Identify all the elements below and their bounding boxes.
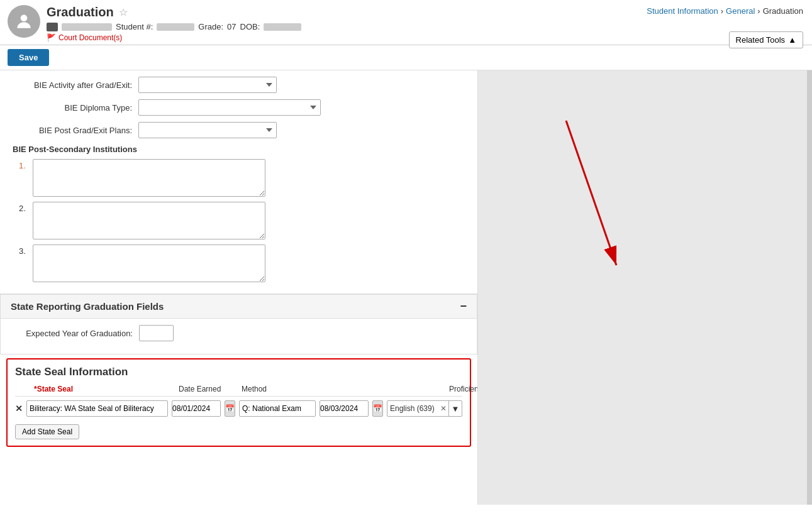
bie-fields-section: BIE Activity after Grad/Exit: BIE Diplom…: [0, 70, 477, 294]
person-icon: [14, 11, 34, 31]
flag-icon: 🚩: [47, 33, 56, 42]
add-state-seal-button[interactable]: Add State Seal: [15, 424, 79, 439]
court-document-link[interactable]: 🚩 Court Document(s): [47, 33, 804, 42]
page-title: Graduation: [47, 5, 114, 19]
seal-type-select[interactable]: Biliteracy: WA State Seal of Biliteracy: [26, 400, 168, 417]
collapse-icon: −: [460, 300, 467, 313]
court-doc-label: Court Document(s): [58, 33, 122, 42]
breadcrumb-student-info[interactable]: Student Information: [647, 6, 718, 16]
related-tools-label: Related Tools: [736, 35, 786, 45]
grade-value: 07: [227, 22, 236, 31]
right-panel: [478, 70, 812, 505]
col-header-method: Method: [242, 385, 449, 393]
breadcrumb-graduation: Graduation: [763, 6, 803, 16]
proficiency-date-calendar-icon[interactable]: 📅: [372, 400, 383, 417]
state-seal-title: State Seal Information: [15, 366, 462, 378]
seal-delete-button[interactable]: ✕: [15, 403, 23, 414]
bie-diploma-row: BIE Diploma Type:: [13, 99, 465, 116]
method-select[interactable]: Q: National Exam: [239, 400, 316, 417]
col-header-date: Date Earned: [179, 385, 242, 393]
avatar: [8, 5, 40, 38]
dob-redacted: [264, 23, 301, 31]
state-reporting-header[interactable]: State Reporting Graduation Fields −: [0, 294, 477, 319]
post-secondary-item-1: 1.: [19, 159, 465, 197]
bie-post-grad-label: BIE Post Grad/Exit Plans:: [13, 126, 138, 135]
main-layout: BIE Activity after Grad/Exit: BIE Diplom…: [0, 70, 812, 505]
proficiency-date-input[interactable]: [320, 400, 369, 417]
bie-post-grad-row: BIE Post Grad/Exit Plans:: [13, 122, 465, 138]
state-reporting-title: State Reporting Graduation Fields: [11, 301, 164, 312]
expected-year-input[interactable]: [139, 325, 174, 341]
item-number-1: 1.: [19, 159, 29, 170]
expected-year-label: Expected Year of Graduation:: [13, 329, 139, 338]
col-header-seal: *State Seal: [34, 385, 179, 393]
post-secondary-item-2: 2.: [19, 202, 465, 239]
breadcrumb-sep2: ›: [757, 6, 760, 16]
dob-label: DOB:: [240, 22, 260, 31]
grade-label: Grade:: [198, 22, 223, 31]
student-number-label: Student #:: [116, 22, 153, 31]
language-dropdown-icon[interactable]: ▼: [449, 401, 462, 416]
language-container: English (639) ✕ ▼: [387, 400, 462, 417]
state-reporting-body: Expected Year of Graduation:: [0, 319, 477, 354]
chevron-up-icon: ▲: [788, 35, 796, 45]
item-number-2: 2.: [19, 202, 29, 213]
id-card-icon: [47, 23, 58, 31]
post-secondary-list: 1. 2. 3.: [13, 159, 465, 282]
post-secondary-textarea-1[interactable]: [33, 159, 265, 197]
bie-post-secondary-header: BIE Post-Secondary Institutions: [13, 145, 465, 154]
bie-diploma-select[interactable]: [138, 99, 321, 116]
svg-line-2: [566, 121, 616, 265]
state-reporting-section: State Reporting Graduation Fields − Expe…: [0, 294, 477, 354]
student-number-redacted: [157, 23, 194, 31]
seal-row-1: ✕ Biliteracy: WA State Seal of Biliterac…: [15, 400, 462, 417]
bie-diploma-label: BIE Diploma Type:: [13, 103, 138, 113]
date-earned-input[interactable]: [172, 400, 221, 417]
date-earned-calendar-icon[interactable]: 📅: [225, 400, 235, 417]
favorite-icon[interactable]: ☆: [119, 6, 128, 18]
seal-table-header: *State Seal Date Earned Method Proficien…: [15, 385, 462, 397]
left-panel: BIE Activity after Grad/Exit: BIE Diplom…: [0, 70, 478, 505]
state-seal-section: State Seal Information *State Seal Date …: [6, 358, 471, 447]
language-value: English (639): [387, 404, 438, 413]
language-clear-button[interactable]: ✕: [438, 401, 449, 416]
expected-year-row: Expected Year of Graduation:: [13, 325, 464, 341]
item-number-3: 3.: [19, 244, 29, 256]
page-header: Graduation ☆ Student #: Grade: 07 DOB: 🚩…: [0, 0, 812, 45]
save-button[interactable]: Save: [8, 49, 49, 66]
student-meta: Student #: Grade: 07 DOB:: [47, 22, 804, 31]
col-header-profdate: Proficiency Date: [449, 385, 478, 393]
annotation-arrow: [516, 108, 642, 297]
bie-activity-row: BIE Activity after Grad/Exit:: [13, 77, 465, 93]
breadcrumb-sep1: ›: [721, 6, 723, 16]
breadcrumb-general[interactable]: General: [726, 6, 755, 16]
bie-post-grad-select[interactable]: [138, 122, 277, 138]
breadcrumb: Student Information › General › Graduati…: [647, 6, 803, 16]
svg-point-0: [21, 14, 28, 21]
bie-activity-select[interactable]: [138, 77, 277, 93]
post-secondary-textarea-3[interactable]: [33, 244, 265, 282]
bie-activity-label: BIE Activity after Grad/Exit:: [13, 80, 138, 90]
related-tools-button[interactable]: Related Tools ▲: [729, 31, 803, 48]
toolbar: Save: [0, 45, 812, 70]
student-name-redacted: [62, 23, 112, 31]
post-secondary-item-3: 3.: [19, 244, 465, 282]
post-secondary-textarea-2[interactable]: [33, 202, 265, 239]
